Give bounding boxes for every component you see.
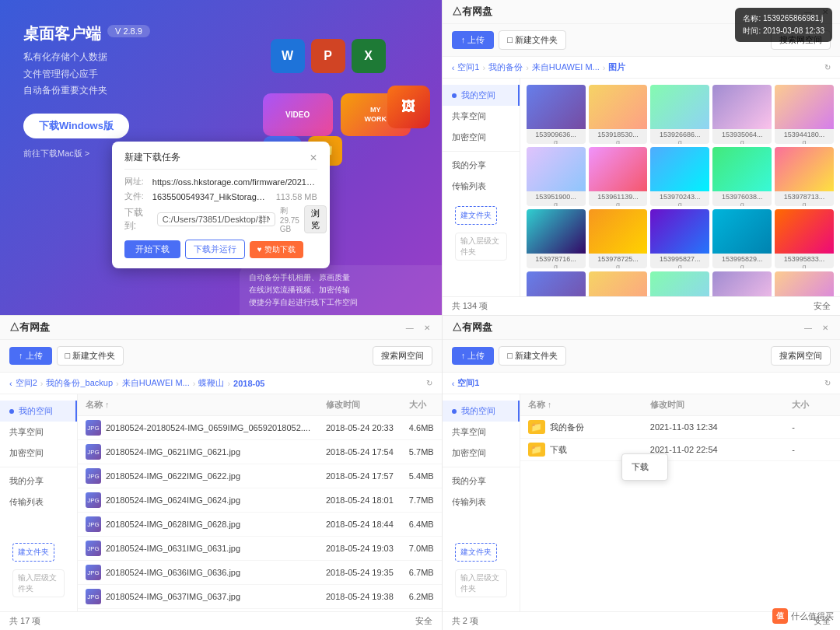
new-folder-btn-bl[interactable]: 建文件夹 <box>12 543 54 562</box>
upload-button-top[interactable]: ↑ 上传 <box>452 31 495 49</box>
breadcrumb-huawei[interactable]: 来自HUAWEI M... <box>532 61 600 73</box>
folder-input-br[interactable]: 输入层级文件夹 <box>455 569 507 597</box>
image-thumb-13[interactable]: 153995829... g <box>712 209 772 268</box>
sidebar-shared-space[interactable]: 共享空间 <box>443 106 520 127</box>
breadcrumb-huawei-bl[interactable]: 来自HUAWEI M... <box>122 377 190 389</box>
upload-button-bl[interactable]: ↑ 上传 <box>9 347 52 365</box>
image-thumb-16[interactable]: 154004139... g <box>589 271 648 296</box>
file-row-5[interactable]: JPG 20180524-IMG_0631IMG_0631.jpg 2018-0… <box>78 537 442 561</box>
image-thumb-11[interactable]: 153978725... g <box>589 209 648 268</box>
sidebar-shared-bl[interactable]: 共享空间 <box>0 422 77 443</box>
sidebar-my-space-bl[interactable]: 我的空间 <box>0 401 77 422</box>
image-thumb-18[interactable]: 154004139... g <box>712 271 772 296</box>
image-thumb-6[interactable]: 153961139... g <box>589 147 648 206</box>
image-thumb-1[interactable]: 153918530... g <box>589 85 648 144</box>
breadcrumb-space[interactable]: 空间1 <box>457 61 479 73</box>
image-size: g <box>589 138 648 144</box>
file-row-7[interactable]: JPG 20180524-IMG_0637IMG_0637.jpg 2018-0… <box>78 585 442 609</box>
image-thumb-8[interactable]: 153976038... g <box>712 147 772 206</box>
sidebar-enc-br[interactable]: 加密空间 <box>443 443 520 464</box>
sidebar-my-space[interactable]: 我的空间 <box>443 85 520 106</box>
sidebar-share-br[interactable]: 我的分享 <box>443 471 520 492</box>
sidebar-label-4: 我的分享 <box>452 159 486 171</box>
cloud-top-toolbar: ↑ 上传 □ 新建文件夹 搜索网空间 <box>443 24 840 57</box>
dialog-path-input[interactable] <box>157 212 275 226</box>
file-row-6[interactable]: JPG 20180524-IMG_0636IMG_0636.jpg 2018-0… <box>78 561 442 585</box>
col-name-label: 名称 ↑ <box>86 400 110 409</box>
breadcrumb-space-bl[interactable]: 空间2 <box>16 377 37 389</box>
sidebar-my-space-br[interactable]: 我的空间 <box>443 401 520 422</box>
image-thumb-12[interactable]: 153995827... g <box>650 209 709 268</box>
image-name: 153951900... <box>527 191 586 201</box>
col-date-header-br[interactable]: 修改时间 <box>642 394 784 416</box>
image-thumb-3[interactable]: 153935064... g <box>712 85 772 144</box>
image-thumb-10[interactable]: 153978716... g <box>527 209 586 268</box>
sidebar-folder-input[interactable]: 输入层级文件夹 <box>455 233 507 261</box>
file-row-1[interactable]: JPG 20180524-IMG_0621IMG_0621.jpg 2018-0… <box>78 440 442 464</box>
dialog-run-button[interactable]: 下载并运行 <box>185 240 245 259</box>
image-thumb-5[interactable]: 153951900... g <box>527 147 586 206</box>
folder-row-1[interactable]: 📁 下载 2021-11-02 22:54 - <box>520 439 840 461</box>
breadcrumb-back-br[interactable]: ‹ <box>452 379 455 388</box>
col-size-header[interactable]: 大小 <box>401 394 442 416</box>
dialog-browse-button[interactable]: 浏览 <box>304 205 327 233</box>
file-row-2[interactable]: JPG 20180524-IMG_0622IMG_0622.jpg 2018-0… <box>78 464 442 488</box>
col-date-header[interactable]: 修改时间 <box>318 394 401 416</box>
dialog-sponsor-button[interactable]: ♥ 赞助下载 <box>250 241 303 258</box>
sidebar-my-share[interactable]: 我的分享 <box>443 155 520 176</box>
search-space-button-top[interactable]: 搜索网空间 <box>771 30 831 50</box>
image-thumb-0[interactable]: 153909636... g <box>527 85 586 144</box>
close-icon[interactable]: ✕ <box>820 6 831 17</box>
file-row-0[interactable]: JPG 20180524-20180524-IMG_0659IMG_065920… <box>78 416 442 440</box>
sidebar-new-folder-btn[interactable]: 建文件夹 <box>455 206 497 225</box>
upload-button-br[interactable]: ↑ 上传 <box>452 347 495 365</box>
image-thumb-7[interactable]: 153970243... g <box>650 147 709 206</box>
sidebar-transfer-bl[interactable]: 传输列表 <box>0 492 77 513</box>
new-folder-button-bl[interactable]: □ 新建文件夹 <box>57 346 124 366</box>
breadcrumb-back-icon[interactable]: ‹ <box>452 63 455 72</box>
search-space-button-br[interactable]: 搜索网空间 <box>771 346 831 366</box>
col-size-header-br[interactable]: 大小 <box>784 394 840 416</box>
image-thumb-19[interactable]: 154004139... g <box>775 271 834 296</box>
close-icon-br[interactable]: ✕ <box>820 322 831 333</box>
sidebar-shared-br[interactable]: 共享空间 <box>443 422 520 443</box>
sidebar-encrypted-space[interactable]: 加密空间 <box>443 127 520 148</box>
refresh-icon-bl[interactable]: ↻ <box>426 379 432 387</box>
file-row-3[interactable]: JPG 20180524-IMG_0624IMG_0624.jpg 2018-0… <box>78 488 442 513</box>
download-windows-button[interactable]: 下载Windows版 <box>23 114 129 138</box>
sidebar-share-bl[interactable]: 我的分享 <box>0 471 77 492</box>
refresh-icon-br[interactable]: ↻ <box>824 379 831 387</box>
folder-row-0[interactable]: 📁 我的备份 2021-11-03 12:34 - <box>520 416 840 439</box>
minimize-icon-bl[interactable]: — <box>404 322 415 333</box>
breadcrumb-backup-bl[interactable]: 我的备份_backup <box>46 377 113 389</box>
dialog-close-icon[interactable]: ✕ <box>310 152 317 163</box>
sidebar-enc-bl[interactable]: 加密空间 <box>0 443 77 464</box>
col-name-header-br[interactable]: 名称 ↑ <box>520 394 642 416</box>
new-folder-button-top[interactable]: □ 新建文件夹 <box>499 30 566 50</box>
breadcrumb-mountain[interactable]: 蝶鞭山 <box>198 377 224 389</box>
folder-input-bl[interactable]: 输入层级文件夹 <box>12 569 65 597</box>
minimize-icon-br[interactable]: — <box>803 322 814 333</box>
new-folder-btn-br[interactable]: 建文件夹 <box>455 543 497 562</box>
search-space-button-bl[interactable]: 搜索网空间 <box>373 346 432 366</box>
context-menu-download[interactable]: 下载 <box>622 457 667 477</box>
image-thumb-4[interactable]: 153944180... g <box>775 85 834 144</box>
image-thumb-2[interactable]: 153926686... g <box>650 85 709 144</box>
refresh-icon[interactable]: ↻ <box>824 63 831 72</box>
image-thumb-17[interactable]: 154004139... g <box>650 271 709 296</box>
image-thumb-15[interactable]: 154004137... g <box>527 271 586 296</box>
breadcrumb-backup[interactable]: 我的备份 <box>488 61 523 73</box>
minimize-icon[interactable]: — <box>803 6 814 17</box>
breadcrumb-back-bl[interactable]: ‹ <box>9 379 12 388</box>
file-name-cell: JPG 20180524-IMG_0636IMG_0636.jpg <box>78 561 318 585</box>
image-thumb-9[interactable]: 153978713... g <box>775 147 834 206</box>
dialog-start-button[interactable]: 开始下载 <box>124 240 180 258</box>
close-icon-bl[interactable]: ✕ <box>422 322 432 333</box>
file-row-4[interactable]: JPG 20180524-IMG_0628IMG_0628.jpg 2018-0… <box>78 513 442 537</box>
col-name-header[interactable]: 名称 ↑ <box>78 394 318 416</box>
sidebar-transfer-br[interactable]: 传输列表 <box>443 492 520 513</box>
image-thumb-14[interactable]: 153995833... g <box>775 209 834 268</box>
sidebar-transfer-list[interactable]: 传输列表 <box>443 176 520 197</box>
new-folder-button-br[interactable]: □ 新建文件夹 <box>499 346 566 366</box>
file-icon: JPG <box>86 420 101 436</box>
